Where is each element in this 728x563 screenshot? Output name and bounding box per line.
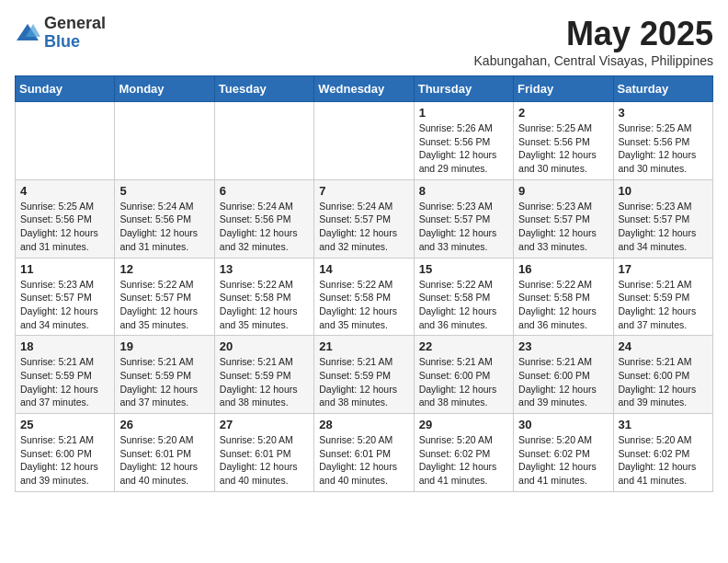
weekday-header: Wednesday [314,76,414,102]
day-number: 11 [20,262,109,276]
day-number: 21 [319,339,408,353]
day-number: 6 [220,184,309,198]
day-info: Sunrise: 5:22 AM Sunset: 5:58 PM Dayligh… [518,278,608,332]
day-number: 27 [220,418,309,431]
day-number: 18 [20,339,109,353]
day-number: 28 [319,418,408,431]
day-info: Sunrise: 5:21 AM Sunset: 5:59 PM Dayligh… [220,355,309,409]
day-info: Sunrise: 5:21 AM Sunset: 6:00 PM Dayligh… [20,433,109,488]
day-info: Sunrise: 5:25 AM Sunset: 5:56 PM Dayligh… [518,121,608,176]
calendar-day-cell: 14Sunrise: 5:22 AM Sunset: 5:58 PM Dayli… [314,258,414,336]
day-info: Sunrise: 5:25 AM Sunset: 5:56 PM Dayligh… [20,200,109,254]
day-info: Sunrise: 5:20 AM Sunset: 6:01 PM Dayligh… [220,433,309,488]
day-number: 30 [518,418,608,431]
month-title: May 2025 [474,15,713,53]
weekday-header: Saturday [613,76,712,102]
weekday-header: Sunday [16,76,115,102]
day-info: Sunrise: 5:20 AM Sunset: 6:02 PM Dayligh… [419,433,508,488]
day-number: 25 [20,418,109,431]
day-info: Sunrise: 5:24 AM Sunset: 5:56 PM Dayligh… [220,200,309,254]
day-number: 10 [619,184,708,198]
calendar-day-cell: 7Sunrise: 5:24 AM Sunset: 5:57 PM Daylig… [314,179,414,258]
day-info: Sunrise: 5:21 AM Sunset: 6:00 PM Dayligh… [619,355,708,409]
calendar-day-cell: 9Sunrise: 5:23 AM Sunset: 5:57 PM Daylig… [514,179,613,258]
day-number: 29 [419,418,508,431]
day-info: Sunrise: 5:20 AM Sunset: 6:02 PM Dayligh… [518,433,608,488]
weekday-header: Thursday [414,76,513,102]
day-number: 31 [619,418,708,431]
day-number: 15 [419,262,508,276]
day-number: 5 [119,184,209,198]
calendar-day-cell: 1Sunrise: 5:26 AM Sunset: 5:56 PM Daylig… [414,102,513,180]
calendar-day-cell: 12Sunrise: 5:22 AM Sunset: 5:57 PM Dayli… [115,258,214,336]
day-info: Sunrise: 5:21 AM Sunset: 6:00 PM Dayligh… [518,355,608,409]
calendar-day-cell: 8Sunrise: 5:23 AM Sunset: 5:57 PM Daylig… [414,179,513,258]
calendar-day-cell: 20Sunrise: 5:21 AM Sunset: 5:59 PM Dayli… [214,336,313,414]
logo: General Blue [15,15,106,52]
day-info: Sunrise: 5:21 AM Sunset: 5:59 PM Dayligh… [319,355,408,409]
weekday-header: Friday [514,76,613,102]
day-number: 17 [619,262,708,276]
logo-general-text: General [44,14,106,32]
calendar-week-row: 11Sunrise: 5:23 AM Sunset: 5:57 PM Dayli… [16,258,713,336]
calendar-day-cell: 10Sunrise: 5:23 AM Sunset: 5:57 PM Dayli… [613,179,712,258]
day-number: 12 [119,262,209,276]
calendar-week-row: 4Sunrise: 5:25 AM Sunset: 5:56 PM Daylig… [16,179,713,258]
day-info: Sunrise: 5:22 AM Sunset: 5:58 PM Dayligh… [220,278,309,332]
day-number: 3 [619,106,708,120]
day-number: 1 [419,106,508,120]
calendar-day-cell: 17Sunrise: 5:21 AM Sunset: 5:59 PM Dayli… [613,258,712,336]
calendar-day-cell: 19Sunrise: 5:21 AM Sunset: 5:59 PM Dayli… [115,336,214,414]
weekday-header: Monday [115,76,214,102]
day-number: 2 [518,106,608,120]
day-info: Sunrise: 5:25 AM Sunset: 5:56 PM Dayligh… [619,121,708,176]
calendar-day-cell: 16Sunrise: 5:22 AM Sunset: 5:58 PM Dayli… [514,258,613,336]
calendar-day-cell: 6Sunrise: 5:24 AM Sunset: 5:56 PM Daylig… [214,179,313,258]
calendar-day-cell: 22Sunrise: 5:21 AM Sunset: 6:00 PM Dayli… [414,336,513,414]
calendar-day-cell: 24Sunrise: 5:21 AM Sunset: 6:00 PM Dayli… [613,336,712,414]
calendar-day-cell: 4Sunrise: 5:25 AM Sunset: 5:56 PM Daylig… [16,179,115,258]
calendar-day-cell: 11Sunrise: 5:23 AM Sunset: 5:57 PM Dayli… [16,258,115,336]
day-info: Sunrise: 5:23 AM Sunset: 5:57 PM Dayligh… [419,200,508,254]
day-number: 24 [619,339,708,353]
calendar-table: SundayMondayTuesdayWednesdayThursdayFrid… [15,75,713,492]
day-info: Sunrise: 5:21 AM Sunset: 6:00 PM Dayligh… [419,355,508,409]
day-number: 16 [518,262,608,276]
day-number: 7 [319,184,408,198]
day-info: Sunrise: 5:22 AM Sunset: 5:57 PM Dayligh… [119,278,209,332]
page-header: General Blue May 2025 Kabungahan, Centra… [15,15,713,68]
day-info: Sunrise: 5:22 AM Sunset: 5:58 PM Dayligh… [319,278,408,332]
day-info: Sunrise: 5:21 AM Sunset: 5:59 PM Dayligh… [619,278,708,332]
calendar-day-cell [16,102,115,180]
day-info: Sunrise: 5:20 AM Sunset: 6:01 PM Dayligh… [119,433,209,488]
calendar-day-cell [314,102,414,180]
calendar-day-cell: 29Sunrise: 5:20 AM Sunset: 6:02 PM Dayli… [414,414,513,492]
day-info: Sunrise: 5:23 AM Sunset: 5:57 PM Dayligh… [518,200,608,254]
weekday-header: Tuesday [214,76,313,102]
calendar-day-cell [115,102,214,180]
day-info: Sunrise: 5:24 AM Sunset: 5:56 PM Dayligh… [119,200,209,254]
day-number: 22 [419,339,508,353]
day-number: 8 [419,184,508,198]
day-number: 20 [220,339,309,353]
location: Kabungahan, Central Visayas, Philippines [474,53,713,68]
calendar-day-cell: 3Sunrise: 5:25 AM Sunset: 5:56 PM Daylig… [613,102,712,180]
calendar-day-cell: 25Sunrise: 5:21 AM Sunset: 6:00 PM Dayli… [16,414,115,492]
calendar-day-cell: 28Sunrise: 5:20 AM Sunset: 6:01 PM Dayli… [314,414,414,492]
day-number: 4 [20,184,109,198]
calendar-day-cell: 18Sunrise: 5:21 AM Sunset: 5:59 PM Dayli… [16,336,115,414]
day-info: Sunrise: 5:22 AM Sunset: 5:58 PM Dayligh… [419,278,508,332]
calendar-day-cell: 30Sunrise: 5:20 AM Sunset: 6:02 PM Dayli… [514,414,613,492]
calendar-day-cell [214,102,313,180]
calendar-week-row: 1Sunrise: 5:26 AM Sunset: 5:56 PM Daylig… [16,102,713,180]
calendar-header-row: SundayMondayTuesdayWednesdayThursdayFrid… [16,76,713,102]
calendar-week-row: 18Sunrise: 5:21 AM Sunset: 5:59 PM Dayli… [16,336,713,414]
calendar-week-row: 25Sunrise: 5:21 AM Sunset: 6:00 PM Dayli… [16,414,713,492]
calendar-day-cell: 23Sunrise: 5:21 AM Sunset: 6:00 PM Dayli… [514,336,613,414]
day-number: 19 [119,339,209,353]
day-info: Sunrise: 5:20 AM Sunset: 6:02 PM Dayligh… [619,433,708,488]
calendar-day-cell: 31Sunrise: 5:20 AM Sunset: 6:02 PM Dayli… [613,414,712,492]
calendar-day-cell: 27Sunrise: 5:20 AM Sunset: 6:01 PM Dayli… [214,414,313,492]
day-info: Sunrise: 5:23 AM Sunset: 5:57 PM Dayligh… [619,200,708,254]
day-info: Sunrise: 5:21 AM Sunset: 5:59 PM Dayligh… [119,355,209,409]
